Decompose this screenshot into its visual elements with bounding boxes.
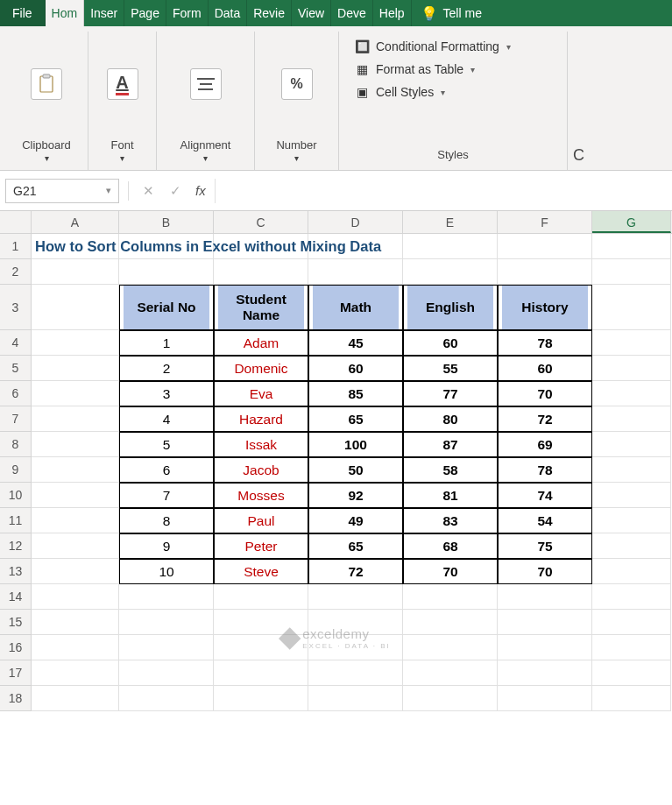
cell[interactable] xyxy=(119,584,214,610)
cell[interactable] xyxy=(592,356,671,381)
cell-math[interactable]: 45 xyxy=(308,330,403,356)
cell-serial[interactable]: 6 xyxy=(119,457,214,483)
cell-styles-button[interactable]: ▣ Cell Styles▾ xyxy=(348,81,558,103)
cell-math[interactable]: 50 xyxy=(308,457,403,483)
cell-english[interactable]: 77 xyxy=(403,381,498,406)
cell-english[interactable]: 81 xyxy=(403,483,498,508)
cell[interactable] xyxy=(32,356,119,381)
chevron-down-icon[interactable]: ▾ xyxy=(110,153,133,163)
cell[interactable] xyxy=(32,584,119,610)
cell-serial[interactable]: 8 xyxy=(119,508,214,533)
cell[interactable] xyxy=(592,457,671,483)
cell-english[interactable]: 58 xyxy=(403,457,498,483)
select-all-corner[interactable] xyxy=(0,211,32,233)
cell-math[interactable]: 65 xyxy=(308,533,403,559)
cell-english[interactable]: 83 xyxy=(403,508,498,533)
cell[interactable] xyxy=(592,584,671,610)
cell[interactable] xyxy=(32,559,119,584)
cell[interactable] xyxy=(592,330,671,356)
cell[interactable] xyxy=(32,660,119,686)
tell-me-search[interactable]: 💡 Tell me xyxy=(412,0,491,26)
cell-english[interactable]: 60 xyxy=(403,330,498,356)
cell-student-name[interactable]: Peter xyxy=(214,533,308,559)
tab-page-layout[interactable]: Page xyxy=(124,0,166,26)
spreadsheet-grid[interactable]: A B C D E F G 1How to Sort Columns in Ex… xyxy=(0,211,672,711)
row-header[interactable]: 9 xyxy=(0,457,32,483)
table-header[interactable]: Student Name xyxy=(214,285,308,330)
cell-math[interactable]: 65 xyxy=(308,406,403,432)
cell[interactable] xyxy=(592,285,671,330)
cell[interactable] xyxy=(592,381,671,406)
cell-english[interactable]: 68 xyxy=(403,533,498,559)
cell[interactable] xyxy=(32,508,119,533)
cell[interactable] xyxy=(498,610,592,635)
cell-history[interactable]: 69 xyxy=(498,432,592,457)
cell[interactable] xyxy=(214,635,308,660)
cell[interactable] xyxy=(32,381,119,406)
cell-math[interactable]: 49 xyxy=(308,508,403,533)
cell-history[interactable]: 78 xyxy=(498,330,592,356)
cell[interactable] xyxy=(308,635,403,660)
cell-student-name[interactable]: Issak xyxy=(214,432,308,457)
row-header[interactable]: 2 xyxy=(0,259,32,285)
cell[interactable] xyxy=(592,610,671,635)
cell-student-name[interactable]: Domenic xyxy=(214,356,308,381)
cell-history[interactable]: 60 xyxy=(498,356,592,381)
cell-serial[interactable]: 10 xyxy=(119,559,214,584)
cell-history[interactable]: 70 xyxy=(498,559,592,584)
cell[interactable] xyxy=(498,660,592,686)
tab-insert[interactable]: Inser xyxy=(84,0,124,26)
cell-history[interactable]: 72 xyxy=(498,406,592,432)
cell[interactable] xyxy=(403,610,498,635)
tab-file[interactable]: File xyxy=(0,0,46,26)
font-icon[interactable]: A xyxy=(107,68,138,100)
cancel-icon[interactable]: ✕ xyxy=(138,183,159,199)
conditional-formatting-button[interactable]: 🔲 Conditional Formatting▾ xyxy=(348,35,558,58)
cell-serial[interactable]: 4 xyxy=(119,406,214,432)
cell[interactable] xyxy=(403,635,498,660)
tab-formulas[interactable]: Form xyxy=(166,0,209,26)
cell[interactable] xyxy=(403,686,498,711)
row-header[interactable]: 3 xyxy=(0,285,32,330)
row-header[interactable]: 5 xyxy=(0,356,32,381)
row-header[interactable]: 1 xyxy=(0,234,32,259)
cell-student-name[interactable]: Jacob xyxy=(214,457,308,483)
name-box[interactable]: G21 ▾ xyxy=(5,179,119,203)
cell[interactable] xyxy=(498,234,592,259)
cell[interactable] xyxy=(498,584,592,610)
cell-student-name[interactable]: Steve xyxy=(214,559,308,584)
cell[interactable] xyxy=(592,483,671,508)
cell-english[interactable]: 87 xyxy=(403,432,498,457)
cell-history[interactable]: 70 xyxy=(498,381,592,406)
cell[interactable] xyxy=(119,686,214,711)
cell[interactable] xyxy=(592,508,671,533)
row-header[interactable]: 18 xyxy=(0,686,32,711)
cell[interactable] xyxy=(119,259,214,285)
cell-serial[interactable]: 1 xyxy=(119,330,214,356)
cell-serial[interactable]: 3 xyxy=(119,381,214,406)
cell-serial[interactable]: 7 xyxy=(119,483,214,508)
cell[interactable] xyxy=(308,584,403,610)
cell-english[interactable]: 80 xyxy=(403,406,498,432)
cell-math[interactable]: 85 xyxy=(308,381,403,406)
tab-help[interactable]: Help xyxy=(373,0,412,26)
cell[interactable] xyxy=(308,610,403,635)
cell[interactable] xyxy=(592,234,671,259)
cell[interactable] xyxy=(403,234,498,259)
cell-history[interactable]: 74 xyxy=(498,483,592,508)
col-header[interactable]: D xyxy=(308,211,403,233)
chevron-down-icon[interactable]: ▾ xyxy=(180,153,231,163)
col-header[interactable]: F xyxy=(498,211,592,233)
cell[interactable] xyxy=(214,259,308,285)
row-header[interactable]: 13 xyxy=(0,559,32,584)
row-header[interactable]: 15 xyxy=(0,610,32,635)
cell[interactable] xyxy=(32,533,119,559)
cell[interactable] xyxy=(32,406,119,432)
cell[interactable] xyxy=(592,259,671,285)
row-header[interactable]: 14 xyxy=(0,584,32,610)
row-header[interactable]: 4 xyxy=(0,330,32,356)
cell-student-name[interactable]: Eva xyxy=(214,381,308,406)
cell[interactable] xyxy=(32,457,119,483)
cell-student-name[interactable]: Paul xyxy=(214,508,308,533)
cell-history[interactable]: 75 xyxy=(498,533,592,559)
